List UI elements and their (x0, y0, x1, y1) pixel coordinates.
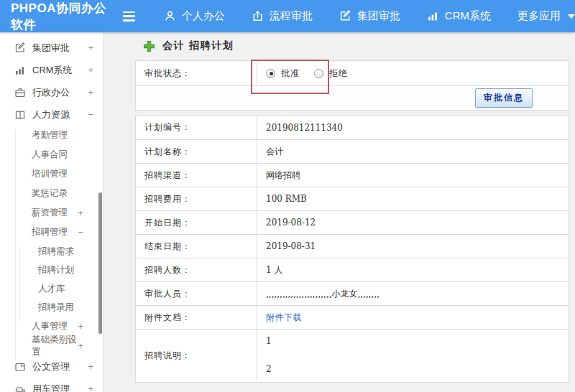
field-value: ,,,,,,,,,,,,,,,,,,,,,,,,小龙女,,,,,,,, (257, 282, 569, 305)
expand-marker[interactable]: + (88, 65, 93, 75)
tree-guide-line (15, 130, 16, 360)
field-value: 会计 (257, 140, 569, 163)
tree-guide-line (19, 246, 20, 321)
field-label: 招聘费用： (136, 187, 257, 210)
briefcase-icon (14, 87, 26, 98)
expand-marker[interactable]: − (78, 227, 83, 238)
field-value: 2019-08-12 (257, 211, 569, 234)
sidebar-item-label: CRM系统 (32, 64, 73, 77)
sidebar: 集团审批 + CRM系统 + 行政办公 + 人力资源 − 考勤管理 人事合同 培… (0, 32, 104, 392)
table-row: 审批人员： ,,,,,,,,,,,,,,,,,,,,,,,,小龙女,,,,,,,… (136, 281, 569, 305)
page-title-row: 会计 招聘计划 (143, 39, 234, 52)
document-icon (14, 361, 26, 373)
field-value: 附件下载 (257, 306, 569, 329)
table-row: 招聘费用： 100 RMB (136, 187, 569, 210)
nav-more-apps[interactable]: 更多应用 (518, 9, 575, 23)
attachment-download-link[interactable]: 附件下载 (266, 312, 302, 324)
sidebar-item-label: 人事管理 (32, 320, 68, 332)
expand-marker[interactable]: + (88, 42, 93, 53)
detail-table: 计划编号： 20190812111340 计划名称： 会计 招聘渠道： 网络招聘… (135, 115, 569, 383)
expand-marker[interactable]: + (78, 321, 83, 332)
nav-label: 更多应用 (518, 9, 561, 23)
approve-info-button[interactable]: 审批信息 (475, 88, 533, 108)
nav-group-approval[interactable]: 集团审批 (339, 9, 400, 23)
menu-toggle-icon[interactable] (123, 11, 134, 22)
sidebar-item-label: 招聘需求 (38, 246, 74, 258)
sidebar-item-vehicle-mgmt[interactable]: 用车管理 + (0, 378, 103, 392)
main-content: 会计 招聘计划 审批状态： 批准 拒绝 审批信息 计划编号： 201 (104, 32, 575, 392)
sidebar-item-label: 薪资管理 (32, 207, 68, 219)
nav-process-approval[interactable]: 流程审批 (252, 9, 313, 23)
nav-crm-system[interactable]: CRM系统 (427, 9, 491, 23)
sidebar-item-label: 用车管理 (32, 383, 70, 392)
sidebar-item-label: 人力资源 (32, 108, 70, 121)
field-label: 招聘渠道： (136, 164, 257, 187)
sidebar-item-label: 招聘管理 (32, 226, 68, 238)
nav-label: CRM系统 (445, 9, 491, 23)
field-label: 审批人员： (136, 282, 257, 305)
expand-marker[interactable]: + (78, 340, 83, 351)
top-navigation: 个人办公 流程审批 集团审批 CRM系统 更多应用 (164, 9, 575, 23)
process-approval-icon (252, 10, 264, 22)
status-row: 审批状态： 批准 拒绝 (136, 61, 569, 85)
sidebar-item-label: 奖惩记录 (32, 187, 68, 200)
sidebar-item-label: 人才库 (38, 283, 65, 295)
field-value: 网络招聘 (257, 164, 569, 187)
edit-icon (14, 42, 26, 54)
field-label: 招聘说明： (136, 330, 257, 382)
table-row: 招聘渠道： 网络招聘 (136, 163, 569, 187)
nav-label: 集团审批 (357, 9, 400, 23)
table-row: 计划名称： 会计 (136, 139, 569, 163)
sidebar-item-label: 考勤管理 (32, 129, 68, 141)
book-icon (14, 109, 26, 121)
table-row: 结束日期： 2019-08-31 (136, 234, 569, 258)
description-line: 1 (266, 336, 272, 346)
field-value: 2019-08-31 (257, 235, 569, 258)
form-panel: 审批状态： 批准 拒绝 审批信息 计划编号： 20190812111340 计划… (135, 60, 569, 383)
topbar: PHPOA协同办公软件 个人办公 流程审批 集团审批 CRM系统 更多应用 (0, 0, 575, 32)
sidebar-scrollbar-thumb[interactable] (98, 192, 102, 334)
nav-personal-office[interactable]: 个人办公 (164, 9, 225, 23)
field-label: 计划名称： (136, 140, 257, 163)
button-row: 审批信息 (136, 85, 569, 110)
sidebar-item-label: 招聘录用 (38, 302, 74, 314)
field-label: 附件文档： (136, 306, 257, 329)
page-title: 会计 招聘计划 (162, 39, 234, 52)
approve-radio[interactable] (266, 69, 275, 78)
sidebar-item-group-approval[interactable]: 集团审批 + (0, 37, 103, 59)
nav-label: 流程审批 (270, 9, 313, 23)
field-label: 开始日期： (136, 211, 257, 234)
sidebar-item-label: 基础类别设置 (32, 334, 78, 358)
expand-marker[interactable]: + (88, 383, 93, 392)
edit-icon (339, 10, 351, 22)
sidebar-item-crm[interactable]: CRM系统 + (0, 59, 103, 81)
reject-radio[interactable] (314, 69, 323, 78)
field-value: 100 RMB (257, 187, 569, 210)
expand-marker[interactable]: − (88, 109, 93, 120)
field-label: 结束日期： (136, 235, 257, 258)
reject-radio-label[interactable]: 拒绝 (329, 67, 348, 80)
field-value: 1 2 (257, 330, 569, 382)
sidebar-item-label: 公文管理 (32, 360, 70, 373)
car-icon (14, 383, 26, 392)
user-icon (164, 10, 176, 22)
sidebar-item-label: 集团审批 (32, 42, 70, 55)
sidebar-item-admin-office[interactable]: 行政办公 + (0, 81, 103, 103)
sidebar-item-hr[interactable]: 人力资源 − (0, 103, 103, 126)
expand-marker[interactable]: + (88, 361, 93, 372)
field-label: 招聘人数： (136, 258, 257, 281)
approve-radio-label[interactable]: 批准 (281, 67, 300, 80)
sidebar-item-label: 行政办公 (32, 86, 70, 99)
app-logo[interactable]: PHPOA协同办公软件 (0, 0, 117, 33)
sidebar-item-label: 培训管理 (32, 168, 68, 180)
nav-label: 个人办公 (182, 9, 225, 23)
field-label: 计划编号： (136, 116, 257, 139)
expand-marker[interactable]: + (88, 87, 93, 98)
expand-marker[interactable]: + (78, 207, 83, 218)
field-value: 1 人 (257, 258, 569, 281)
description-line: 2 (266, 364, 272, 374)
table-row: 附件文档： 附件下载 (136, 305, 569, 329)
bar-chart-icon (14, 65, 26, 76)
caret-down-icon (568, 14, 575, 19)
plus-icon (143, 40, 155, 52)
